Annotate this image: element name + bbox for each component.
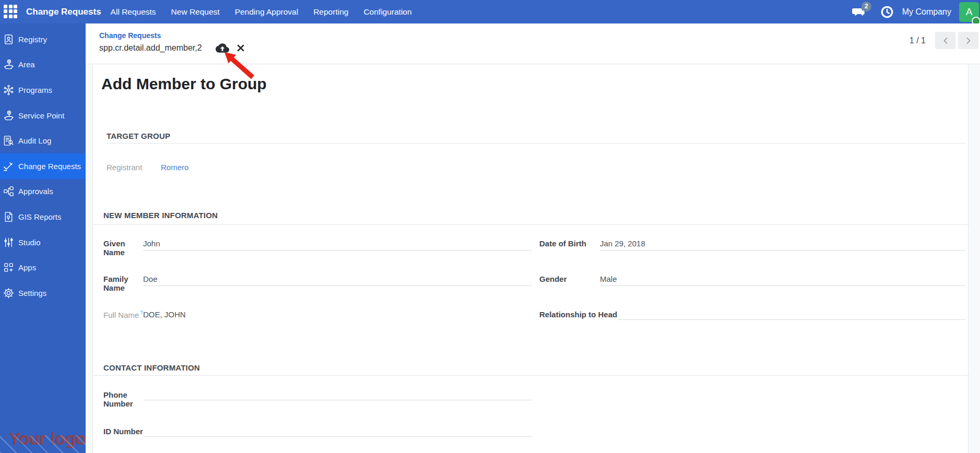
activities-clock-icon[interactable] — [880, 5, 894, 19]
chevron-left-icon — [942, 37, 949, 45]
sidebar-item-approvals[interactable]: Approvals — [0, 179, 86, 205]
network-icon — [3, 84, 15, 96]
sidebar-item-label: GIS Reports — [18, 212, 62, 221]
field-full-name: Full Name? DOE, JOHN — [103, 310, 532, 320]
field-label: ID Number — [103, 427, 143, 436]
chevron-right-icon — [965, 37, 972, 45]
avatar-letter: A — [966, 6, 973, 18]
gear-icon — [3, 287, 15, 299]
field-label: Family Name — [103, 275, 143, 292]
registrant-link[interactable]: Romero — [161, 163, 188, 173]
messages-icon[interactable]: 2 — [851, 5, 866, 19]
breadcrumb-current: spp.cr.detail.add_member,2 — [99, 43, 202, 53]
sidebar-item-apps[interactable]: Apps — [0, 255, 86, 280]
field-phone-number: Phone Number — [103, 390, 532, 408]
logo-text: Your logo — [9, 429, 86, 449]
sliders-icon — [3, 236, 15, 248]
save-cloud-button[interactable] — [216, 42, 229, 54]
sidebar-item-label: Audit Log — [18, 136, 51, 145]
sidebar-item-label: Studio — [18, 238, 41, 247]
user-avatar[interactable]: A — [959, 2, 979, 22]
date-of-birth-input[interactable]: Jan 29, 2018 — [600, 239, 965, 251]
section-heading-contact: CONTACT INFORMATION — [103, 363, 200, 372]
sidebar-item-registry[interactable]: Registry — [0, 27, 86, 52]
close-x-icon — [236, 43, 245, 53]
field-label: Full Name? — [103, 310, 143, 319]
company-switcher[interactable]: My Company — [902, 7, 951, 17]
section-rule — [93, 375, 969, 376]
map-report-icon — [3, 211, 15, 223]
camera-icon — [3, 430, 6, 446]
family-name-input[interactable]: Doe — [143, 275, 532, 286]
nav-new-request[interactable]: New Request — [171, 7, 220, 17]
hand-pin-icon — [3, 110, 15, 122]
sidebar: Registry Area Programs Service Point Aud… — [0, 23, 86, 453]
apps-plus-icon — [3, 261, 15, 273]
cloud-upload-icon — [216, 42, 229, 54]
sidebar-item-studio[interactable]: Studio — [0, 230, 86, 255]
record-pager: 1 / 1 — [910, 32, 978, 49]
nav-pending-approval[interactable]: Pending Approval — [235, 7, 299, 17]
sidebar-item-programs[interactable]: Programs — [0, 77, 86, 103]
full-name-value: DOE, JOHN — [143, 310, 186, 320]
field-label: Registrant — [107, 163, 161, 172]
section-heading-new-member: NEW MEMBER INFORMATION — [103, 211, 218, 220]
sidebar-item-change-requests[interactable]: Change Requests — [0, 153, 86, 179]
section-rule — [107, 143, 965, 144]
sidebar-item-settings[interactable]: Settings — [0, 280, 86, 306]
app-title[interactable]: Change Requests — [26, 7, 101, 17]
sidebar-item-label: Registry — [18, 35, 47, 44]
id-number-input[interactable] — [143, 427, 532, 437]
topbar: Change Requests All Requests New Request… — [0, 0, 980, 23]
field-family-name: Family Name Doe — [103, 275, 532, 292]
form-sheet: Add Member to Group TARGET GROUP Registr… — [92, 65, 969, 453]
field-label: Phone Number — [103, 390, 143, 408]
nav-all-requests[interactable]: All Requests — [111, 7, 156, 17]
field-id-number: ID Number — [103, 427, 532, 437]
audit-document-icon — [3, 135, 15, 147]
sidebar-item-service-point[interactable]: Service Point — [0, 103, 86, 128]
pager-next-button[interactable] — [958, 32, 978, 49]
field-relationship-to-head: Relationship to Head — [539, 310, 965, 320]
pager-count: 1 / 1 — [910, 36, 926, 45]
breadcrumb-parent-link[interactable]: Change Requests — [99, 31, 161, 40]
field-registrant: Registrant Romero — [107, 163, 420, 173]
section-rule — [93, 224, 969, 225]
field-given-name: Given Name John — [103, 239, 532, 257]
gender-input[interactable]: Male — [600, 275, 965, 286]
form-title: Add Member to Group — [101, 75, 267, 93]
discard-button[interactable] — [236, 43, 245, 53]
app-window: Change Requests All Requests New Request… — [0, 0, 980, 453]
sidebar-item-label: Change Requests — [18, 162, 81, 171]
nav-configuration[interactable]: Configuration — [363, 7, 411, 17]
pager-previous-button[interactable] — [935, 32, 955, 49]
sidebar-item-audit-log[interactable]: Audit Log — [0, 128, 86, 153]
nav-reporting[interactable]: Reporting — [313, 7, 348, 17]
field-label: Relationship to Head — [539, 310, 618, 319]
phone-number-input[interactable] — [143, 390, 532, 400]
topbar-right: 2 My Company A — [851, 2, 980, 22]
sidebar-item-gis-reports[interactable]: GIS Reports — [0, 204, 86, 230]
control-panel: Change Requests spp.cr.detail.add_member… — [86, 23, 980, 64]
sidebar-item-label: Area — [18, 60, 35, 69]
messages-count-badge: 2 — [861, 2, 871, 11]
topbar-nav: All Requests New Request Pending Approva… — [111, 7, 412, 17]
sidebar-item-area[interactable]: Area — [0, 52, 86, 78]
breadcrumb-row: spp.cr.detail.add_member,2 — [99, 42, 245, 54]
apps-grid-icon[interactable] — [4, 5, 18, 19]
check-edit-icon — [3, 160, 15, 172]
hand-pin-icon — [3, 58, 15, 70]
sidebar-item-label: Settings — [18, 289, 46, 297]
field-label: Gender — [539, 275, 600, 283]
sidebar-item-label: Approvals — [18, 187, 53, 196]
field-label: Given Name — [103, 239, 143, 257]
given-name-input[interactable]: John — [143, 239, 532, 251]
sidebar-item-label: Apps — [18, 263, 36, 272]
company-logo-placeholder: Your logo — [0, 429, 86, 453]
field-label: Date of Birth — [539, 239, 600, 248]
section-heading-target-group: TARGET GROUP — [107, 132, 170, 140]
relationship-to-head-input[interactable] — [618, 310, 965, 320]
field-gender: Gender Male — [539, 275, 965, 286]
id-badge-icon — [3, 33, 15, 45]
sidebar-item-label: Programs — [18, 86, 52, 94]
